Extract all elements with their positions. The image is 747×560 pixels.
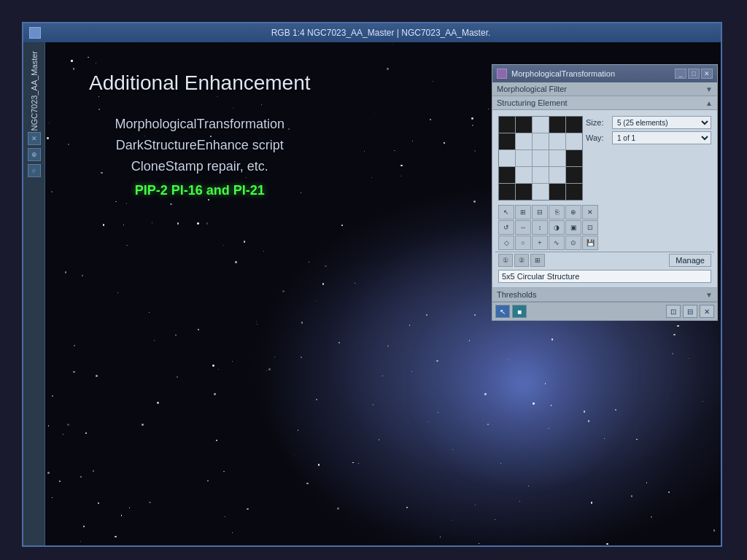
way-label: Way: [586, 133, 609, 142]
way-row: Way: 1 of 1 [586, 131, 711, 144]
tool-invert-icon[interactable]: ◑ [549, 220, 565, 235]
morph-minimize-btn[interactable]: _ [675, 69, 686, 79]
window-icon [29, 27, 41, 39]
tool-circle-icon[interactable]: ○ [515, 236, 531, 250]
grid-cell-1-0[interactable] [499, 133, 515, 149]
morph-filter-collapse-icon: ▼ [705, 85, 713, 93]
grid-cell-2-2[interactable] [533, 150, 549, 166]
struct-elem-collapse-icon: ▲ [705, 99, 713, 107]
tool-save-icon[interactable]: 💾 [582, 236, 598, 250]
text-overlay: Additional Enhancement MorphologicalTran… [89, 71, 311, 198]
sidebar-tool-3[interactable]: ○ [28, 164, 41, 177]
tool-rotate-icon[interactable]: ↺ [498, 220, 514, 235]
grid-cell-3-3[interactable] [549, 167, 565, 183]
sidebar: NGC7023_AA_Master ✕ ⊕ ○ [23, 42, 45, 545]
grid-cell-4-4[interactable] [566, 184, 582, 200]
nav-next-icon[interactable]: ② [514, 254, 529, 267]
morphological-filter-header[interactable]: Morphological Filter ▼ [492, 82, 717, 96]
window-title: RGB 1:4 NGC7023_AA_Master | NGC7023_AA_M… [47, 28, 715, 38]
sub-item-3: CloneStamp repair, etc. [89, 159, 311, 174]
grid-cell-2-1[interactable] [516, 150, 532, 166]
tool-clear-icon[interactable]: ✕ [582, 205, 598, 219]
action-open-icon[interactable]: ⊟ [683, 305, 697, 318]
tool-wave-icon[interactable]: ∿ [549, 236, 565, 250]
action-square-icon[interactable]: ■ [512, 305, 527, 318]
sub-item-2: DarkStructureEnhance script [89, 138, 311, 153]
morphological-filter-label: Morphological Filter [497, 85, 705, 93]
grid-cell-0-1[interactable] [516, 117, 532, 133]
tool-fill-icon[interactable]: ▣ [565, 220, 581, 235]
grid-cell-4-3[interactable] [549, 184, 565, 200]
main-window: RGB 1:4 NGC7023_AA_Master | NGC7023_AA_M… [22, 22, 722, 547]
tool-cross-icon[interactable]: + [532, 236, 548, 250]
structuring-element-label: Structuring Element [497, 98, 705, 107]
structuring-element-header[interactable]: Structuring Element ▲ [492, 96, 717, 110]
nav-add-icon[interactable]: ⊞ [530, 254, 545, 267]
grid-cell-0-4[interactable] [566, 117, 582, 133]
grid-cell-3-4[interactable] [566, 167, 582, 183]
tool-paste-icon[interactable]: ⊕ [565, 205, 581, 219]
morph-icon [497, 69, 507, 79]
grid-cell-0-0[interactable] [499, 117, 515, 133]
grid-cell-0-3[interactable] [549, 117, 565, 133]
highlight-text: PIP-2 PI-16 and PI-21 [89, 183, 311, 198]
struct-grid[interactable] [498, 116, 583, 201]
tool-diamond-icon[interactable]: ◇ [498, 236, 514, 250]
size-select[interactable]: 5 (25 elements) [612, 116, 711, 129]
bottom-action-bar: ↖ ■ ⊡ ⊟ ✕ [492, 302, 717, 320]
grid-cell-1-1[interactable] [516, 133, 532, 149]
grid-cell-4-1[interactable] [516, 184, 532, 200]
grid-cell-4-0[interactable] [499, 184, 515, 200]
struct-grid-container: Size: 5 (25 elements) Way: 1 of 1 [495, 113, 714, 203]
grid-cell-0-2[interactable] [533, 117, 549, 133]
action-save-icon[interactable]: ⊡ [666, 305, 681, 318]
action-reset-icon[interactable]: ✕ [700, 305, 714, 318]
grid-cell-2-4[interactable] [566, 150, 582, 166]
bottom-toolbar: ① ② ⊞ Manage [495, 252, 714, 268]
size-row: Size: 5 (25 elements) [586, 116, 711, 129]
grid-cell-1-4[interactable] [566, 133, 582, 149]
size-label: Size: [586, 118, 609, 127]
icon-toolbar: ↖ ⊞ ⊟ ⎘ ⊕ ✕ ↺ ↔ ↕ ◑ ▣ ⊡ ◇ ○ + [495, 203, 714, 252]
grid-cell-1-3[interactable] [549, 133, 565, 149]
morph-panel: MorphologicalTransformation _ □ ✕ Morpho… [492, 64, 718, 321]
main-heading: Additional Enhancement [89, 71, 311, 95]
manage-button[interactable]: Manage [669, 254, 711, 267]
grid-cell-3-1[interactable] [516, 167, 532, 183]
morph-panel-title: MorphologicalTransformation [511, 69, 673, 78]
nav-prev-icon[interactable]: ① [498, 254, 513, 267]
tool-flip-h-icon[interactable]: ↔ [515, 220, 531, 235]
grid-cell-2-0[interactable] [499, 150, 515, 166]
grid-cell-1-2[interactable] [533, 133, 549, 149]
action-pointer-icon[interactable]: ↖ [495, 305, 510, 318]
image-area: Additional Enhancement MorphologicalTran… [45, 42, 721, 545]
struct-elem-content: Size: 5 (25 elements) Way: 1 of 1 [492, 110, 717, 287]
tool-grid1-icon[interactable]: ⊞ [515, 205, 531, 219]
grid-cell-2-3[interactable] [549, 150, 565, 166]
morph-close-btn[interactable]: ✕ [701, 69, 713, 79]
thresholds-header[interactable]: Thresholds ▼ [492, 287, 717, 302]
grid-controls: Size: 5 (25 elements) Way: 1 of 1 [586, 116, 711, 201]
grid-cell-4-2[interactable] [533, 184, 549, 200]
thresholds-label: Thresholds [497, 290, 705, 299]
morph-title-bar: MorphologicalTransformation _ □ ✕ [492, 65, 717, 82]
tool-grid2-icon[interactable]: ⊟ [532, 205, 548, 219]
tool-camera-icon[interactable]: ⊙ [565, 236, 581, 250]
way-select[interactable]: 1 of 1 [612, 131, 711, 144]
title-bar: RGB 1:4 NGC7023_AA_Master | NGC7023_AA_M… [23, 23, 721, 42]
grid-cell-3-0[interactable] [499, 167, 515, 183]
struct-name-input[interactable] [498, 270, 711, 283]
tool-flip-v-icon[interactable]: ↕ [532, 220, 548, 235]
sidebar-label: NGC7023_AA_Master [30, 51, 39, 131]
tool-copy-icon[interactable]: ⎘ [549, 205, 565, 219]
sidebar-tool-1[interactable]: ✕ [28, 132, 41, 145]
sub-item-1: MorphologicalTransformation [89, 117, 311, 132]
grid-cell-3-2[interactable] [533, 167, 549, 183]
sidebar-tool-2[interactable]: ⊕ [28, 148, 41, 161]
morph-maximize-btn[interactable]: □ [688, 69, 700, 79]
tool-arrow-icon[interactable]: ↖ [498, 205, 514, 219]
tool-select-icon[interactable]: ⊡ [582, 220, 598, 235]
thresholds-collapse-icon: ▼ [705, 291, 713, 299]
